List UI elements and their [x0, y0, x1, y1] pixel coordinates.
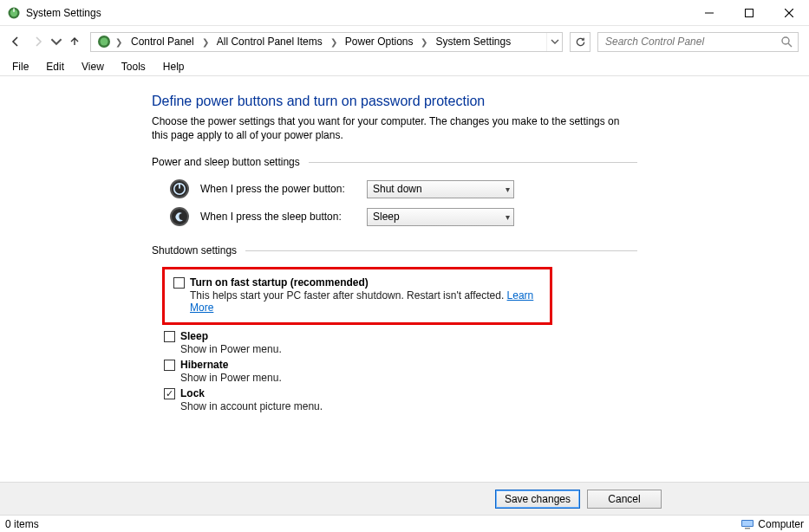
sleep-desc: Show in Power menu.: [180, 343, 282, 355]
svg-rect-18: [742, 521, 753, 526]
power-button-label: When I press the power button:: [200, 183, 356, 195]
fast-startup-checkbox[interactable]: [173, 277, 185, 289]
fast-startup-desc-text: This helps start your PC faster after sh…: [190, 289, 507, 302]
breadcrumb: Control Panel ❯ All Control Panel Items …: [124, 32, 546, 52]
section-label: Power and sleep button settings: [152, 156, 300, 168]
chevron-right-icon: ❯: [329, 37, 339, 47]
breadcrumb-item[interactable]: Power Options: [342, 34, 417, 49]
fast-startup-option: Turn on fast startup (recommended) This …: [173, 276, 541, 314]
address-bar[interactable]: ❯ Control Panel ❯ All Control Panel Item…: [90, 32, 563, 52]
menu-edit[interactable]: Edit: [39, 59, 71, 75]
content-area: Define power buttons and turn on passwor…: [0, 76, 809, 482]
lock-option: Lock Show in account picture menu.: [164, 387, 809, 412]
menu-file[interactable]: File: [5, 59, 36, 75]
svg-point-16: [172, 209, 187, 224]
forward-button[interactable]: [28, 31, 49, 52]
power-icon: [169, 178, 190, 199]
svg-rect-19: [745, 528, 750, 529]
chevron-down-icon: ▾: [506, 185, 510, 194]
divider: [309, 162, 637, 163]
sleep-title: Sleep: [180, 330, 282, 342]
highlight-box: Turn on fast startup (recommended) This …: [162, 267, 552, 325]
hibernate-title: Hibernate: [180, 359, 282, 371]
search-box[interactable]: [597, 32, 799, 52]
window-title: System Settings: [26, 7, 101, 19]
breadcrumb-item[interactable]: System Settings: [432, 34, 514, 49]
sleep-checkbox[interactable]: [164, 331, 175, 342]
hibernate-option: Hibernate Show in Power menu.: [164, 359, 809, 384]
status-bar: 0 items Computer: [0, 515, 809, 532]
search-input[interactable]: [603, 35, 780, 49]
fast-startup-title: Turn on fast startup (recommended): [190, 276, 541, 289]
section-label: Shutdown settings: [152, 244, 237, 256]
lock-checkbox[interactable]: [164, 388, 175, 399]
menu-view[interactable]: View: [75, 59, 111, 75]
save-changes-button[interactable]: Save changes: [495, 490, 580, 509]
divider: [245, 250, 637, 251]
minimize-button[interactable]: [689, 0, 729, 26]
nav-bar: ❯ Control Panel ❯ All Control Panel Item…: [0, 26, 809, 57]
chevron-down-icon: ▾: [506, 212, 510, 222]
section-power-buttons: Power and sleep button settings: [152, 156, 637, 168]
title-bar: System Settings: [0, 0, 809, 26]
chevron-right-icon: ❯: [419, 37, 429, 47]
power-button-row: When I press the power button: Shut down…: [169, 178, 809, 199]
status-right: Computer: [758, 518, 804, 530]
close-button[interactable]: [769, 0, 809, 26]
sleep-button-select[interactable]: Sleep ▾: [367, 208, 514, 226]
svg-rect-4: [746, 9, 754, 16]
maximize-button[interactable]: [729, 0, 769, 26]
breadcrumb-item[interactable]: All Control Panel Items: [213, 34, 326, 49]
search-icon: [780, 36, 793, 48]
status-left: 0 items: [5, 518, 740, 530]
svg-point-8: [101, 38, 108, 46]
page-description: Choose the power settings that you want …: [152, 114, 637, 142]
menu-help[interactable]: Help: [156, 59, 192, 75]
menu-bar: File Edit View Tools Help: [0, 57, 809, 76]
select-value: Sleep: [373, 211, 400, 223]
recent-locations-button[interactable]: [50, 31, 62, 52]
lock-desc: Show in account picture menu.: [180, 400, 323, 412]
sleep-button-label: When I press the sleep button:: [200, 211, 356, 223]
sleep-icon: [169, 206, 190, 227]
svg-rect-2: [13, 8, 14, 11]
sleep-button-row: When I press the sleep button: Sleep ▾: [169, 206, 809, 227]
menu-tools[interactable]: Tools: [114, 59, 153, 75]
power-button-select[interactable]: Shut down ▾: [367, 180, 514, 198]
select-value: Shut down: [373, 183, 422, 195]
hibernate-checkbox[interactable]: [164, 360, 175, 371]
breadcrumb-item[interactable]: Control Panel: [127, 34, 198, 49]
hibernate-desc: Show in Power menu.: [180, 372, 282, 384]
location-icon: [96, 34, 112, 49]
sleep-option: Sleep Show in Power menu.: [164, 330, 809, 355]
button-bar: Save changes Cancel: [0, 482, 809, 515]
svg-line-10: [788, 43, 792, 47]
address-dropdown-button[interactable]: [546, 33, 562, 51]
save-label: Save changes: [505, 493, 571, 505]
up-button[interactable]: [64, 31, 85, 52]
fast-startup-desc: This helps start your PC faster after sh…: [190, 289, 541, 314]
back-button[interactable]: [5, 31, 26, 52]
chevron-right-icon: ❯: [114, 37, 124, 47]
refresh-button[interactable]: [570, 32, 590, 52]
app-icon: [7, 6, 21, 20]
svg-point-9: [782, 37, 789, 44]
cancel-button[interactable]: Cancel: [587, 490, 662, 509]
page-heading: Define power buttons and turn on passwor…: [152, 94, 809, 109]
computer-icon: [740, 519, 754, 529]
cancel-label: Cancel: [608, 493, 640, 505]
lock-title: Lock: [180, 387, 323, 399]
svg-rect-14: [179, 183, 180, 189]
chevron-right-icon: ❯: [200, 37, 211, 47]
section-shutdown: Shutdown settings: [152, 244, 637, 256]
